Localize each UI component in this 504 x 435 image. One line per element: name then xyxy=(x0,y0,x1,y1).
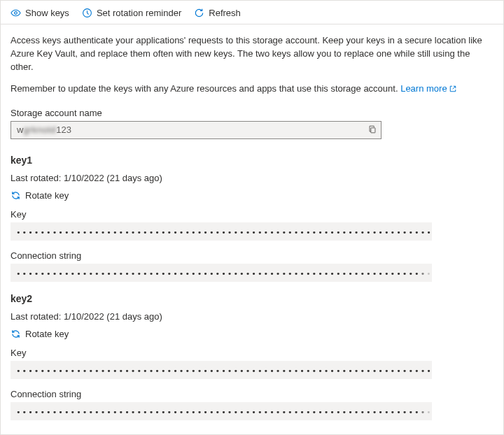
key1-title: key1 xyxy=(10,155,493,166)
refresh-icon xyxy=(194,8,204,18)
key2-title: key2 xyxy=(10,293,493,304)
key2-rotate-button[interactable]: Rotate key xyxy=(10,329,69,339)
key1-rotate-label: Rotate key xyxy=(25,190,69,201)
show-keys-label: Show keys xyxy=(25,8,69,18)
key2-conn-label: Connection string xyxy=(10,389,493,399)
key2-key-value: ••••••••••••••••••••••••••••••••••••••••… xyxy=(16,366,432,376)
rotate-icon xyxy=(10,190,21,201)
key1-key-value: ••••••••••••••••••••••••••••••••••••••••… xyxy=(16,228,432,237)
description-2-text: Remember to update the keys with any Azu… xyxy=(10,83,400,94)
set-rotation-label: Set rotation reminder xyxy=(97,8,181,18)
storage-account-input-wrap: wgrknotd123 xyxy=(10,121,382,139)
key2-rotate-label: Rotate key xyxy=(25,329,69,339)
eye-icon xyxy=(10,8,21,18)
external-link-icon xyxy=(449,85,457,93)
storage-account-input[interactable]: wgrknotd123 xyxy=(10,121,382,139)
key2-section: key2 Last rotated: 1/10/2022 (21 days ag… xyxy=(10,293,493,420)
learn-more-label: Learn more xyxy=(400,83,447,94)
svg-point-0 xyxy=(15,12,18,15)
refresh-button[interactable]: Refresh xyxy=(194,8,241,18)
key2-conn-value-box[interactable]: ••••••••••••••••••••••••••••••••••••••••… xyxy=(10,402,432,420)
show-keys-button[interactable]: Show keys xyxy=(10,8,69,18)
key1-conn-value: ••••••••••••••••••••••••••••••••••••••••… xyxy=(16,269,432,278)
key2-key-label: Key xyxy=(10,348,493,358)
key2-conn-value: ••••••••••••••••••••••••••••••••••••••••… xyxy=(16,408,432,417)
key1-conn-value-box[interactable]: ••••••••••••••••••••••••••••••••••••••••… xyxy=(10,264,432,282)
key1-key-label: Key xyxy=(10,209,493,220)
storage-account-label: Storage account name xyxy=(10,108,493,118)
storage-account-suffix: 123 xyxy=(56,124,71,135)
key1-key-value-box[interactable]: ••••••••••••••••••••••••••••••••••••••••… xyxy=(10,222,432,241)
description-2: Remember to update the keys with any Azu… xyxy=(10,83,493,96)
clock-icon xyxy=(82,8,92,18)
key2-key-value-box[interactable]: ••••••••••••••••••••••••••••••••••••••••… xyxy=(10,361,432,379)
storage-account-blur: grknotd xyxy=(23,124,56,135)
key1-conn-label: Connection string xyxy=(10,250,493,261)
copy-icon xyxy=(368,124,377,136)
learn-more-link[interactable]: Learn more xyxy=(400,83,447,94)
set-rotation-button[interactable]: Set rotation reminder xyxy=(82,8,181,18)
refresh-label: Refresh xyxy=(209,8,241,18)
key1-rotate-button[interactable]: Rotate key xyxy=(10,190,69,201)
key1-section: key1 Last rotated: 1/10/2022 (21 days ag… xyxy=(10,155,493,282)
key1-last-rotated: Last rotated: 1/10/2022 (21 days ago) xyxy=(10,173,493,183)
svg-rect-2 xyxy=(371,128,375,133)
key2-last-rotated: Last rotated: 1/10/2022 (21 days ago) xyxy=(10,311,493,322)
description-1: Access keys authenticate your applicatio… xyxy=(10,34,493,74)
storage-account-prefix: w xyxy=(17,124,23,135)
toolbar: Show keys Set rotation reminder Refresh xyxy=(1,1,503,24)
rotate-icon xyxy=(10,329,21,339)
copy-button[interactable] xyxy=(366,124,379,136)
